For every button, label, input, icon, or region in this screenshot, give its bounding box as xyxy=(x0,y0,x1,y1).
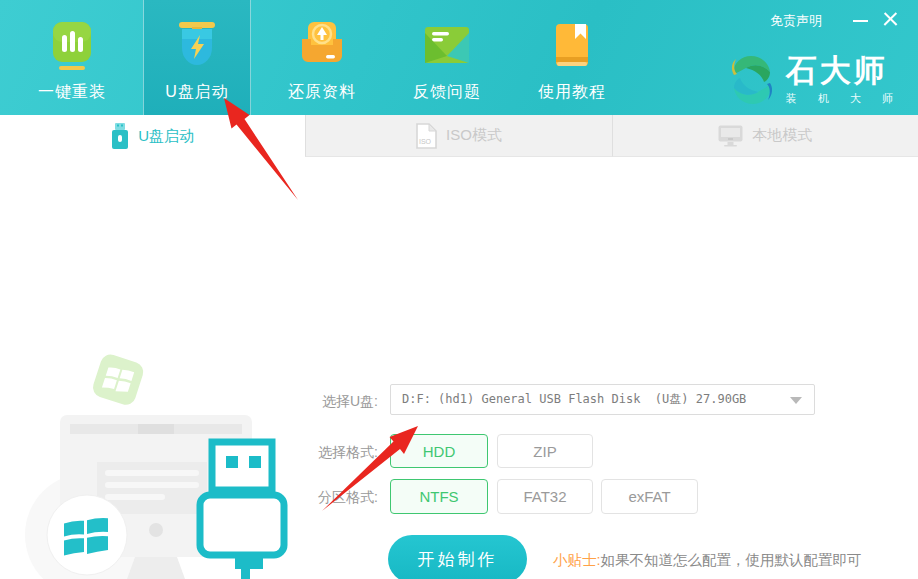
nav-item-usb-boot[interactable]: U盘启动 xyxy=(143,0,251,115)
tab-label: 本地模式 xyxy=(752,126,812,145)
tip-prefix: 小贴士: xyxy=(553,552,601,568)
chevron-down-icon xyxy=(790,397,802,404)
usb-select-label: 选择U盘: xyxy=(298,393,378,411)
nav-item-feedback[interactable]: 反馈问题 xyxy=(393,0,501,115)
chart-bars-icon xyxy=(48,22,96,70)
format-label: 选择格式: xyxy=(298,444,378,462)
partition-option-exfat[interactable]: exFAT xyxy=(601,479,698,514)
envelope-icon xyxy=(423,22,471,70)
mode-tabs: U盘启动 ISO ISO模式 本地模式 xyxy=(0,115,918,157)
titlebar: 一键重装 U盘启动 xyxy=(0,0,918,115)
brand-subtitle: 装 机 大 师 xyxy=(786,91,902,106)
book-icon xyxy=(548,22,596,70)
main-content: 选择U盘: D:F: (hd1) General USB Flash Disk … xyxy=(0,157,918,579)
usb-select-value: D:F: (hd1) General USB Flash Disk (U盘) 2… xyxy=(402,385,746,414)
brand-text: 石大师 装 机 大 师 xyxy=(786,54,902,106)
windows-tile-icon xyxy=(90,352,145,407)
nav-label: 还原资料 xyxy=(288,82,356,103)
tip-text: 小贴士:如果不知道怎么配置，使用默认配置即可 xyxy=(553,551,862,570)
tab-usb-boot[interactable]: U盘启动 xyxy=(0,115,305,157)
nav-item-restore-data[interactable]: 还原资料 xyxy=(268,0,376,115)
shield-lightning-icon xyxy=(173,22,221,70)
minimize-icon[interactable] xyxy=(853,20,868,22)
usb-drive-icon xyxy=(111,123,129,150)
partition-option-ntfs[interactable]: NTFS xyxy=(390,479,488,514)
monitor-icon xyxy=(718,125,743,147)
main-nav: 一键重装 U盘启动 xyxy=(18,0,626,115)
close-icon[interactable] xyxy=(883,12,898,27)
iso-file-icon: ISO xyxy=(416,123,437,149)
nav-label: 反馈问题 xyxy=(413,82,481,103)
restore-box-icon xyxy=(298,22,346,70)
tab-label: U盘启动 xyxy=(138,127,194,146)
tab-iso-mode[interactable]: ISO ISO模式 xyxy=(305,115,611,157)
usb-computer-illustration xyxy=(25,332,325,579)
brand-swirl-icon xyxy=(728,53,776,107)
brand-logo: 石大师 装 机 大 师 xyxy=(728,53,902,107)
brand-name: 石大师 xyxy=(786,54,902,88)
format-option-hdd[interactable]: HDD xyxy=(390,434,488,468)
format-option-zip[interactable]: ZIP xyxy=(497,434,593,468)
nav-label: U盘启动 xyxy=(165,82,229,103)
tab-local-mode[interactable]: 本地模式 xyxy=(612,115,918,157)
nav-label: 使用教程 xyxy=(538,82,606,103)
svg-text:ISO: ISO xyxy=(419,138,432,145)
start-create-button[interactable]: 开始制作 xyxy=(388,535,527,579)
usb-select-dropdown[interactable]: D:F: (hd1) General USB Flash Disk (U盘) 2… xyxy=(390,384,815,415)
tab-label: ISO模式 xyxy=(446,126,502,145)
nav-item-reinstall[interactable]: 一键重装 xyxy=(18,0,126,115)
partition-option-fat32[interactable]: FAT32 xyxy=(497,479,593,514)
app-window: 一键重装 U盘启动 xyxy=(0,0,918,579)
partition-label: 分区格式: xyxy=(298,489,378,507)
disclaimer-link[interactable]: 免责声明 xyxy=(770,12,822,30)
nav-item-tutorial[interactable]: 使用教程 xyxy=(518,0,626,115)
nav-label: 一键重装 xyxy=(38,82,106,103)
